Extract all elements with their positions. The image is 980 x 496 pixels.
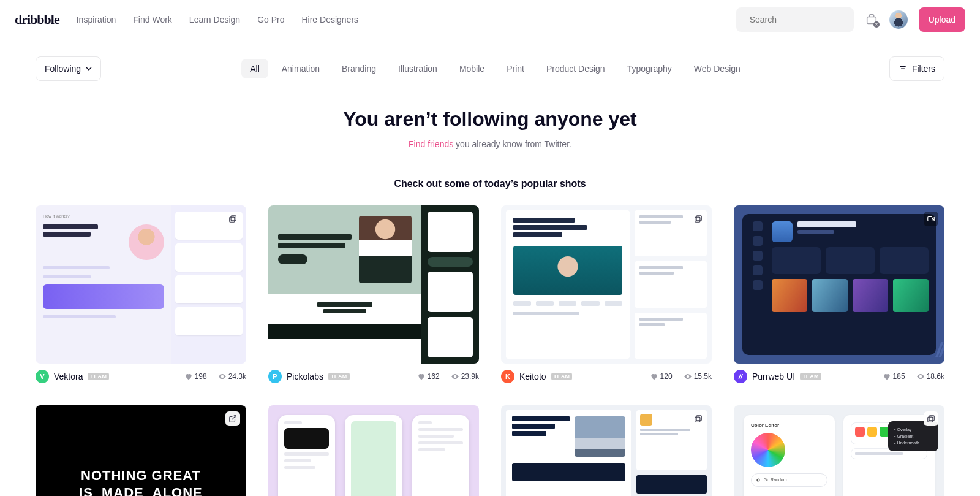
svg-rect-12 xyxy=(695,417,700,422)
svg-rect-11 xyxy=(696,416,701,421)
find-friends-link[interactable]: Find friends xyxy=(409,139,453,149)
tab-branding[interactable]: Branding xyxy=(333,59,385,78)
tab-product-design[interactable]: Product Design xyxy=(538,59,614,78)
team-badge: TEAM xyxy=(551,373,573,380)
shot-thumbnail[interactable]: // xyxy=(734,205,944,364)
author-name[interactable]: Vektora xyxy=(54,372,83,381)
svg-rect-6 xyxy=(231,216,236,221)
eye-icon xyxy=(451,372,459,381)
tab-web-design[interactable]: Web Design xyxy=(685,59,749,78)
thumb-text: IS xyxy=(79,485,93,496)
shot-card: Color Editor ◐ Go Random • Overlay• Grad… xyxy=(734,405,944,496)
svg-rect-9 xyxy=(695,217,700,222)
multishot-icon xyxy=(691,411,706,426)
following-dropdown[interactable]: Following xyxy=(36,56,101,81)
likes-stat[interactable]: 198 xyxy=(184,372,207,381)
tab-animation[interactable]: Animation xyxy=(273,59,328,78)
svg-rect-8 xyxy=(696,216,701,221)
author-avatar[interactable]: P xyxy=(268,370,282,383)
shot-card: K Keitoto TEAM 120 15.5k xyxy=(501,205,712,383)
video-icon xyxy=(924,212,938,226)
shot-card xyxy=(501,405,712,496)
team-badge: TEAM xyxy=(328,373,350,380)
multishot-icon xyxy=(691,212,706,226)
nav-go-pro[interactable]: Go Pro xyxy=(257,15,284,25)
filters-button[interactable]: Filters xyxy=(889,56,944,81)
likes-stat[interactable]: 120 xyxy=(650,372,673,381)
thumb-text: Color Editor xyxy=(751,422,827,428)
views-stat: 24.3k xyxy=(218,372,246,381)
author-name[interactable]: Keitoto xyxy=(519,372,546,381)
filters-label: Filters xyxy=(912,64,935,74)
category-tabs: All Animation Branding Illustration Mobi… xyxy=(113,59,877,78)
svg-rect-7 xyxy=(230,217,235,222)
shot-thumbnail[interactable] xyxy=(501,405,712,496)
heart-icon xyxy=(417,372,426,381)
shots-grid: How it works? V Vektora TEAM 198 24.3k xyxy=(0,205,980,496)
tab-all[interactable]: All xyxy=(241,59,268,78)
shot-thumbnail[interactable]: How it works? xyxy=(36,205,246,364)
upload-button[interactable]: Upload xyxy=(919,7,965,32)
nav-learn-design[interactable]: Learn Design xyxy=(189,15,240,25)
shot-card: P Pickolabs TEAM 162 23.9k xyxy=(268,205,479,383)
filter-bar: Following All Animation Branding Illustr… xyxy=(0,39,980,81)
heart-icon xyxy=(184,372,193,381)
shot-meta: V Vektora TEAM 198 24.3k xyxy=(36,370,246,383)
nav-hire[interactable]: Hire Designers xyxy=(301,15,358,25)
tab-typography[interactable]: Typography xyxy=(619,59,680,78)
likes-stat[interactable]: 162 xyxy=(417,372,440,381)
search-input[interactable] xyxy=(750,15,857,25)
logo[interactable]: dribbble xyxy=(15,12,59,28)
nav-inspiration[interactable]: Inspiration xyxy=(77,15,116,25)
views-stat: 23.9k xyxy=(451,372,479,381)
eye-icon xyxy=(916,372,925,381)
following-dropdown-label: Following xyxy=(45,64,81,74)
popular-heading: Check out some of today’s popular shots xyxy=(0,178,980,189)
author-name[interactable]: Purrweb UI xyxy=(752,372,795,381)
shot-meta: P Pickolabs TEAM 162 23.9k xyxy=(268,370,479,383)
shot-card: // // Purrweb UI TEAM 185 18.6k xyxy=(734,205,944,383)
views-stat: 15.5k xyxy=(684,372,712,381)
shot-meta: // Purrweb UI TEAM 185 18.6k xyxy=(734,370,944,383)
empty-subtitle-rest: you already know from Twitter. xyxy=(453,139,571,149)
external-link-icon xyxy=(225,411,240,426)
views-stat: 18.6k xyxy=(916,372,944,381)
shot-card: How it works? V Vektora TEAM 198 24.3k xyxy=(36,205,246,383)
shot-thumbnail[interactable]: Do it. xyxy=(268,405,479,496)
thumb-text: MADE xyxy=(102,485,144,496)
author-name[interactable]: Pickolabs xyxy=(287,372,323,381)
work-tray-icon[interactable]: ✕ xyxy=(865,13,878,26)
svg-rect-14 xyxy=(928,417,933,422)
team-badge: TEAM xyxy=(88,373,109,380)
top-nav: dribbble Inspiration Find Work Learn Des… xyxy=(0,0,980,39)
shot-thumbnail[interactable]: NOTHING GREAT IS MADE ALONE Developer ➤ … xyxy=(36,405,246,496)
tab-illustration[interactable]: Illustration xyxy=(390,59,446,78)
author-avatar[interactable]: K xyxy=(501,370,514,383)
thumb-text: ALONE xyxy=(153,485,203,496)
chevron-down-icon xyxy=(86,66,92,72)
empty-subtitle: Find friends you already know from Twitt… xyxy=(0,139,980,149)
multishot-icon xyxy=(225,212,240,226)
eye-icon xyxy=(684,372,692,381)
nav-find-work[interactable]: Find Work xyxy=(133,15,172,25)
shot-thumbnail[interactable] xyxy=(268,205,479,364)
search-box[interactable] xyxy=(736,7,854,32)
eye-icon xyxy=(218,372,227,381)
author-avatar[interactable]: // xyxy=(734,370,747,383)
tab-mobile[interactable]: Mobile xyxy=(451,59,493,78)
filter-icon xyxy=(899,64,907,73)
svg-rect-13 xyxy=(929,416,934,421)
shot-thumbnail[interactable] xyxy=(501,205,712,364)
author-avatar[interactable]: V xyxy=(36,370,49,383)
shot-card: NOTHING GREAT IS MADE ALONE Developer ➤ … xyxy=(36,405,246,496)
likes-stat[interactable]: 185 xyxy=(883,372,905,381)
heart-icon xyxy=(650,372,658,381)
multishot-icon xyxy=(924,411,938,426)
tab-print[interactable]: Print xyxy=(498,59,533,78)
empty-title: You aren’t following anyone yet xyxy=(0,108,980,131)
shot-thumbnail[interactable]: Color Editor ◐ Go Random • Overlay• Grad… xyxy=(734,405,944,496)
shot-meta: K Keitoto TEAM 120 15.5k xyxy=(501,370,712,383)
nav-links: Inspiration Find Work Learn Design Go Pr… xyxy=(77,15,358,25)
close-badge-icon: ✕ xyxy=(873,21,880,28)
user-avatar[interactable] xyxy=(889,10,908,29)
